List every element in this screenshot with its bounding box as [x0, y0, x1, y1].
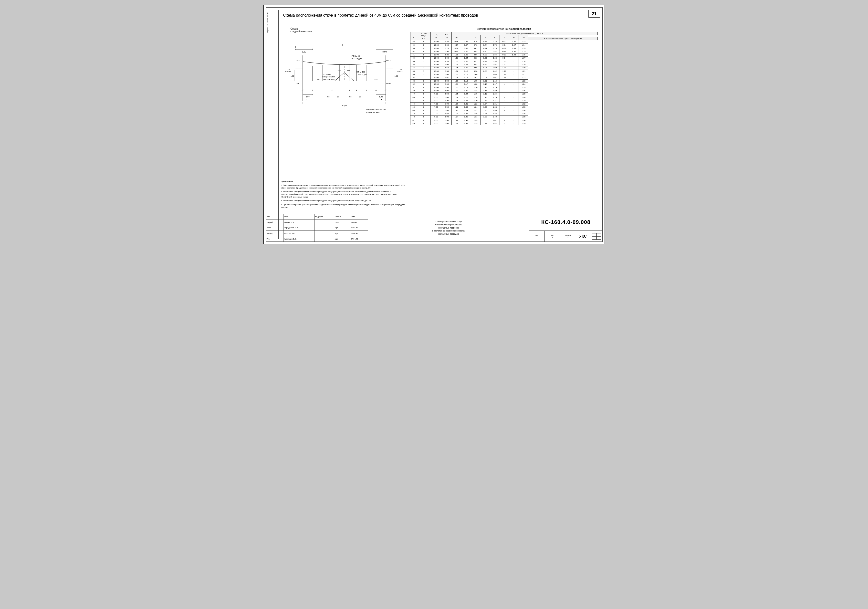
- tb-sheet: Лист 1: [545, 231, 560, 242]
- table-row: 61810.005.251.001.020.860.830.850.911.02…: [410, 53, 597, 56]
- table-row: 63810.005.750.980.990.810.770.790.860.99…: [410, 46, 597, 50]
- col-kol: Кол-вострун.ШТ: [417, 32, 431, 40]
- tb-prob-date: 29.04.43: [350, 225, 368, 231]
- note-item: 2. Расстояния между осями контактных про…: [281, 190, 405, 198]
- table-row: 4667.008.001.201.311.221.241.31--1.32: [410, 102, 597, 105]
- table-row: 51610.005.501.121.191.101.121.19--1.25: [410, 86, 597, 89]
- tb-nkontr-date: 27.04.43: [350, 231, 368, 236]
- table-row: 55710.005.001.071.121.001.001.041.12-1.2…: [410, 73, 597, 76]
- tb-izm: Изм.: [266, 214, 283, 220]
- parameters-table: L,М Кол-вострун.ШТ С1,М Сс,М Расстояния …: [410, 32, 598, 125]
- title-block-docnum: КС-160.4.0-09.008 Лит. Лист 1 Листов 2 У…: [529, 214, 603, 242]
- svg-text:консол.: консол.: [397, 71, 403, 72]
- table-row: 4265.006.001.271.401.311.331.40--1.38: [410, 116, 597, 119]
- table-row: 65810.006.250.960.950.760.740.730.710.80…: [410, 40, 597, 43]
- table-row: 4467.005.001.231.341.271.291.34--1.34: [410, 109, 597, 112]
- tb-sheets: Листов 2: [560, 231, 576, 242]
- svg-text:5: 5: [366, 89, 367, 91]
- tb-razrab-date: 1/04/43: [350, 220, 368, 225]
- table-row: 4567.005.501.221.331.241.261.33--1.33: [410, 105, 597, 108]
- svg-text:Трос ПБСМ1-70: Трос ПБСМ1-70: [322, 78, 337, 81]
- svg-text:КП 2хНлОл0.04Ф-100: КП 2хНлОл0.04Ф-100: [366, 108, 386, 111]
- tb-razrab-sign: 1/еее: [334, 220, 350, 225]
- note-item: 4. При монтаже разметку точек крепления …: [281, 203, 405, 209]
- table-row: 59710.008.331.031.050.910.890.941.05-1.1…: [410, 60, 597, 63]
- tb-nkontr-sign: sign: [334, 231, 350, 236]
- table-row: 4065.005.001.301.421.351.371.42--1.39: [410, 122, 597, 125]
- svg-text:L: L: [342, 43, 344, 46]
- svg-text:2Р: 2Р: [384, 89, 387, 91]
- tb-uks: УКС: [576, 231, 591, 242]
- table-row: 50610.005.001.131.201.131.151.20--1.26: [410, 89, 597, 93]
- svg-text:Ось: Ось: [287, 69, 290, 70]
- svg-text:0.25: 0.25: [374, 78, 377, 80]
- tb-prob: Проб.: [266, 225, 283, 231]
- tb-nkontr: Н.контр.: [266, 231, 283, 236]
- svg-text:Окт1: Окт1: [296, 59, 300, 62]
- table-area: Значения параметров контактной подвески …: [410, 27, 598, 212]
- tb-utv-name: Кудрящов Е.В.: [283, 236, 314, 242]
- tb-utv: Утв.: [266, 236, 283, 242]
- table-row: 54710.004.671.081.141.031.031.071.14-1.2…: [410, 76, 597, 79]
- title-block: Изм. Лист № докум. Подпис Дата Разраб. Б…: [266, 214, 603, 242]
- tb-podpis: Подпис: [334, 214, 350, 220]
- col-5: 5: [499, 35, 509, 40]
- col-c1: С1,М: [431, 32, 442, 40]
- table-row: 4165.005.501.281.411.331.351.41--1.38: [410, 119, 597, 122]
- table-row: 4869.005.001.161.251.181.191.25--1.28: [410, 96, 597, 99]
- side-label-bottom: страно. н: [266, 23, 278, 34]
- svg-text:Т=1800 даН: Т=1800 даН: [356, 73, 367, 76]
- table-row: 56710.005.331.061.100.980.981.021.10-1.2…: [410, 70, 597, 73]
- svg-text:6: 6: [375, 89, 377, 91]
- svg-text:C₁: C₁: [307, 98, 308, 101]
- svg-text:Окн2: Окн2: [386, 82, 391, 84]
- svg-text:0.50: 0.50: [347, 70, 350, 72]
- svg-text:K=2×1050 даН: K=2×1050 даН: [366, 112, 380, 114]
- svg-text:10,00: 10,00: [342, 104, 347, 107]
- col-2P: 2Р: [519, 35, 529, 40]
- sub-header-contact: Контактная подвеска с рессорным тросом: [529, 37, 597, 40]
- tb-data: Дата: [350, 214, 368, 220]
- table-row: 60810.005.001.011.040.880.860.880.94-1.1…: [410, 57, 597, 60]
- tb-logo: [591, 231, 603, 242]
- col-6: 6: [509, 35, 519, 40]
- svg-text:0.25: 0.25: [317, 78, 320, 80]
- tb-list: Лист: [283, 214, 314, 220]
- svg-text:Окт2: Окт2: [386, 59, 391, 62]
- col-1P: 1Р: [452, 35, 461, 40]
- svg-text:Cс: Cс: [327, 96, 329, 98]
- table-row: 62810.005.500.991.000.830.800.820.891.00…: [410, 50, 597, 53]
- svg-text:Нр=250даН: Нр=250даН: [352, 57, 362, 60]
- table-row: 4969.005.501.151.241.151.171.24--1.28: [410, 93, 597, 96]
- svg-text:C₁: C₁: [380, 98, 382, 101]
- table-row: 53610.006.501.101.151.051.071.15--1.23: [410, 79, 597, 82]
- svg-text:1,80: 1,80: [395, 75, 398, 77]
- svg-text:НТ М-120: НТ М-120: [356, 71, 365, 73]
- tb-prob-sign: sign: [334, 225, 350, 231]
- tb-nkontr-name: Казлова Л.С.: [283, 231, 314, 236]
- svg-text:8,00: 8,00: [302, 51, 306, 53]
- svg-text:8,00: 8,00: [382, 51, 387, 53]
- tb-razrab: Разраб.: [266, 220, 283, 225]
- col-L: L,М: [410, 32, 417, 40]
- opora-label: Опора средней анкеровки: [291, 27, 312, 33]
- table-row: 64810.006.000.970.970.780.740.760.840.97…: [410, 43, 597, 46]
- svg-text:1,80: 1,80: [291, 75, 294, 77]
- notes-list: 1. Средняя анкеровка контактного провода…: [281, 184, 405, 209]
- tb-sheet-info: Лит. Лист 1 Листов 2 УКС: [529, 231, 603, 242]
- col-2: 2: [471, 35, 480, 40]
- svg-text:РТ Бр-35: РТ Бр-35: [352, 55, 360, 57]
- svg-text:5,00: 5,00: [379, 96, 383, 98]
- svg-text:Ось: Ось: [399, 69, 402, 70]
- side-label-area: перо. прим. страно. н: [266, 10, 278, 239]
- page-number: 21: [589, 10, 600, 18]
- page: перо. прим. страно. н 21 Схема расположе…: [263, 5, 605, 244]
- side-label-top: перо. прим.: [266, 10, 278, 23]
- svg-text:5,00: 5,00: [306, 96, 310, 98]
- table-title: Значения параметров контактной подвески: [410, 27, 598, 30]
- svg-text:Окн1: Окн1: [296, 82, 301, 84]
- table-row: 4367.004.501.241.361.291.311.36--1.35: [410, 112, 597, 115]
- tb-utv-sign: sign: [334, 236, 350, 242]
- doc-number: КС-160.4.0-09.008: [529, 214, 603, 231]
- col-4: 4: [490, 35, 499, 40]
